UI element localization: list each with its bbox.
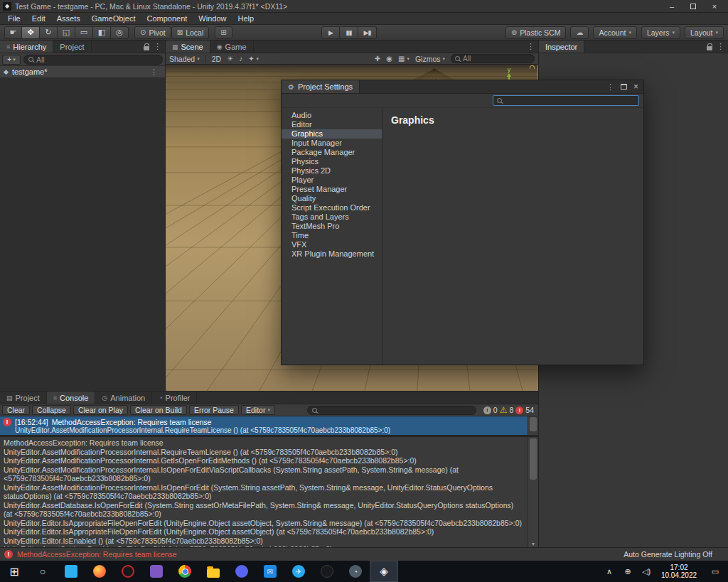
taskbar-icon-explorer[interactable] (199, 561, 228, 582)
taskbar-icon-unity[interactable]: ◈ (370, 561, 398, 582)
clock[interactable]: 17:02 10.04.2022 (655, 564, 702, 580)
warning-count-icon[interactable]: ⚠ (500, 406, 508, 414)
taskbar-icon-telegram[interactable]: ✈ (284, 561, 313, 582)
bottom-panel-tab[interactable]: ▤ Project (0, 392, 47, 404)
console-detail-scrollbar[interactable]: ▼ (528, 437, 538, 547)
lock-icon[interactable] (144, 46, 149, 50)
move-tool-button[interactable]: ✥ (22, 26, 40, 39)
editor-log-dropdown[interactable]: Editor ▾ (241, 405, 275, 415)
pause-button[interactable]: ▮▮ (340, 26, 358, 39)
plastic-scm-button[interactable]: ⊚ Plastic SCM (505, 26, 567, 39)
scene-effects-dropdown[interactable]: ✦ ▾ (248, 55, 259, 63)
taskbar-icon-firefox[interactable] (85, 561, 114, 582)
scene-menu-icon[interactable]: ⋮ (150, 68, 158, 77)
minimize-button[interactable]: – (661, 0, 682, 12)
tab-hierarchy[interactable]: ≡ Hierarchy (0, 41, 53, 53)
warning-count[interactable]: 8 (509, 406, 513, 414)
bottom-panel-tab[interactable]: ≡ Console (47, 392, 96, 404)
create-object-button[interactable]: + ▾ (2, 55, 21, 65)
settings-category[interactable]: Input Manager (282, 139, 382, 148)
hierarchy-body[interactable] (0, 78, 165, 391)
local-toggle-button[interactable]: ⊠ Local (171, 26, 210, 39)
error-count-icon[interactable]: ! (515, 406, 523, 414)
console-toolbar-button[interactable]: Clear on Build (130, 405, 187, 415)
stack-trace-line[interactable]: UnityEditor.AssetModificationProcessorIn… (4, 483, 524, 501)
console-toolbar-button[interactable]: Clear on Play (73, 405, 128, 415)
settings-search-field[interactable] (493, 95, 639, 106)
taskbar-icon-start[interactable]: ⊞ (0, 561, 28, 582)
console-entry-selected[interactable]: ! [16:52:44] MethodAccessException: Requ… (0, 416, 538, 435)
cloud-services-button[interactable]: ☁ (570, 26, 589, 39)
taskbar-icon-steam[interactable]: ◔ (341, 561, 370, 582)
taskbar-icon-purpleapp[interactable] (142, 561, 171, 582)
network-icon[interactable]: ⊕ (619, 567, 637, 576)
settings-category[interactable]: Physics (282, 157, 382, 166)
pivot-toggle-button[interactable]: ⊙ Pivot (134, 26, 171, 39)
taskbar-icon-mail[interactable]: ✉ (256, 561, 284, 582)
settings-category[interactable]: Graphics (282, 129, 382, 139)
step-button[interactable]: ▶▮ (358, 26, 377, 39)
scene-search-input[interactable] (463, 55, 530, 63)
hierarchy-search-input[interactable] (36, 55, 158, 64)
bottom-panel-tab[interactable]: ◔ Profiler (152, 392, 197, 404)
panel-menu-icon[interactable]: ⋮ (717, 42, 724, 51)
gizmos-dropdown[interactable]: Gizmos ▾ (415, 55, 445, 63)
hierarchy-search-field[interactable] (23, 55, 163, 65)
settings-category[interactable]: Editor (282, 120, 382, 129)
taskbar-icon-darkapp[interactable] (114, 561, 142, 582)
console-toolbar-button[interactable]: Error Pause (189, 405, 239, 415)
settings-category[interactable]: Package Manager (282, 148, 382, 157)
account-dropdown[interactable]: Account ▾ (593, 26, 636, 39)
scene-search-field[interactable] (451, 54, 535, 63)
maximize-button[interactable] (682, 0, 704, 12)
scene-tools-icon[interactable]: ✚ (375, 55, 380, 63)
stack-trace-line[interactable]: MethodAccessException: Requires team lic… (4, 438, 524, 448)
layers-dropdown[interactable]: Layers ▾ (641, 26, 680, 39)
taskbar-icon-search[interactable]: ○ (28, 561, 57, 582)
stack-trace-line[interactable]: UnityEditor.Editor.IsAppropriateFileOpen… (4, 519, 524, 528)
hand-tool-button[interactable]: ☛ (4, 26, 22, 39)
project-settings-tab[interactable]: ⚙ Project Settings (282, 80, 360, 93)
close-icon[interactable]: × (633, 82, 638, 92)
taskbar-icon-discord[interactable] (228, 561, 256, 582)
console-toolbar-button[interactable]: Collapse (32, 405, 71, 415)
settings-search-input[interactable] (505, 97, 635, 105)
info-count[interactable]: 0 (493, 406, 498, 414)
play-button[interactable]: ▶ (321, 26, 340, 39)
auto-generate-lighting-toggle[interactable]: Auto Generate Lighting Off (623, 550, 724, 559)
settings-category[interactable]: XR Plugin Management (282, 249, 382, 259)
stack-trace-line[interactable]: UnityEditor.AssetModificationProcessorIn… (4, 456, 524, 465)
toggle-2d-button[interactable]: 2D (212, 55, 221, 63)
settings-category[interactable]: Player (282, 176, 382, 185)
close-button[interactable]: × (704, 0, 725, 12)
menu-item[interactable]: File (2, 14, 26, 23)
scrollbar-thumb[interactable] (530, 438, 537, 480)
taskbar-icon-blackapp[interactable] (313, 561, 341, 582)
tab-game[interactable]: ◉ Game (210, 41, 254, 53)
maximize-icon[interactable] (621, 84, 627, 90)
volume-icon[interactable]: ◁) (637, 567, 655, 576)
custom-tool-button[interactable]: ◎ (111, 26, 129, 39)
rect-tool-button[interactable]: ▭ (75, 26, 93, 39)
settings-category[interactable]: Physics 2D (282, 166, 382, 176)
settings-category[interactable]: Preset Manager (282, 185, 382, 194)
console-toolbar-button[interactable]: Clear (2, 405, 30, 415)
settings-category[interactable]: TextMesh Pro (282, 222, 382, 231)
scale-tool-button[interactable]: ◱ (58, 26, 75, 39)
panel-menu-icon[interactable]: ⋮ (527, 42, 535, 51)
grid-visibility-dropdown[interactable]: ▦ ▾ (398, 55, 410, 63)
status-error-icon[interactable]: ! (4, 550, 13, 559)
bottom-panel-tab[interactable]: ◷ Animation (95, 392, 152, 404)
hierarchy-scene-row[interactable]: ◆ testgame* ⋮ (0, 66, 165, 78)
stack-trace-line[interactable]: UnityEditor.AssetDatabase.IsOpenForEdit … (4, 501, 524, 519)
menu-item[interactable]: Component (141, 14, 193, 23)
window-menu-icon[interactable]: ⋮ (606, 82, 614, 92)
tab-inspector[interactable]: Inspector (539, 41, 584, 53)
taskbar-icon-chrome[interactable] (171, 561, 199, 582)
tab-scene[interactable]: ▦ Scene (166, 41, 210, 53)
panel-menu-icon[interactable]: ⋮ (154, 42, 161, 51)
settings-category[interactable]: Time (282, 231, 382, 240)
stack-trace-line[interactable]: UnityEditor.AssetModificationProcessorIn… (4, 448, 524, 457)
console-search-input[interactable] (320, 406, 471, 414)
stack-trace-line[interactable]: UnityEditor.Editor.IsEnabled () (at <575… (4, 537, 524, 546)
